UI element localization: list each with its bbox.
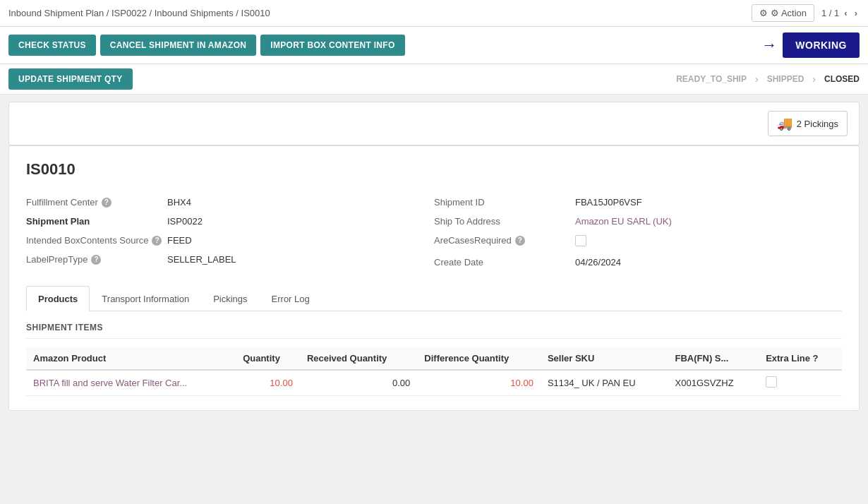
col-fba-fn: FBA(FN) S... — [668, 347, 759, 370]
tab-transport-information[interactable]: Transport Information — [90, 286, 201, 311]
top-nav: Inbound Shipment Plan / ISP0022 / Inboun… — [0, 0, 868, 27]
status-closed: CLOSED — [824, 74, 860, 84]
quantity-value: 10.00 — [236, 370, 300, 396]
breadcrumb-text: Inbound Shipment Plan / ISP0022 / Inboun… — [8, 8, 270, 18]
pickings-bar: 🚚 2 Pickings — [8, 102, 860, 145]
col-seller-sku: Seller SKU — [541, 347, 668, 370]
fulfillment-center-label: Fulfillment Center ? — [26, 197, 167, 208]
toolbar: CHECK STATUS CANCEL SHIPMENT IN AMAZON I… — [0, 27, 868, 64]
intended-box-row: Intended BoxContents Source ? FEED — [26, 231, 434, 250]
toolbar-left: CHECK STATUS CANCEL SHIPMENT IN AMAZON I… — [8, 35, 405, 56]
tabs: Products Transport Information Pickings … — [26, 286, 842, 311]
seller-sku-value: S1134_ UK / PAN EU — [541, 370, 668, 396]
tab-products[interactable]: Products — [26, 286, 90, 311]
are-cases-checkbox[interactable] — [575, 235, 586, 246]
label-prep-value: SELLER_LABEL — [167, 254, 236, 265]
import-box-button[interactable]: IMPORT BOX CONTENT INFO — [260, 35, 404, 56]
intended-box-label: Intended BoxContents Source ? — [26, 235, 167, 246]
status-shipped: SHIPPED — [767, 74, 804, 84]
are-cases-row: AreCasesRequired ? — [434, 231, 842, 253]
fields-grid: Fulfillment Center ? BHX4 Shipment Plan … — [26, 193, 842, 272]
col-amazon-product: Amazon Product — [26, 347, 236, 370]
secondary-toolbar: UPDATE SHIPMENT QTY READY_TO_SHIP › SHIP… — [0, 64, 868, 95]
intended-box-value: FEED — [167, 235, 192, 246]
shipment-plan-row: Shipment Plan ISP0022 — [26, 212, 434, 231]
check-status-button[interactable]: CHECK STATUS — [8, 35, 96, 56]
pickings-label: 2 Pickings — [797, 119, 838, 129]
update-shipment-qty-button[interactable]: UPDATE SHIPMENT QTY — [8, 68, 133, 90]
fields-col-right: Shipment ID FBA15J0P6VSF Ship To Address… — [434, 193, 842, 272]
shipment-id-label: Shipment ID — [434, 197, 575, 208]
label-prep-label: LabelPrepType ? — [26, 254, 167, 265]
gear-icon: ⚙ — [759, 8, 768, 18]
are-cases-value — [575, 235, 586, 248]
cancel-shipment-button[interactable]: CANCEL SHIPMENT IN AMAZON — [100, 35, 257, 56]
tab-pickings[interactable]: Pickings — [201, 286, 259, 311]
fba-fn-value: X001GSVZHZ — [668, 370, 759, 396]
shipment-items-table: Amazon Product Quantity Received Quantit… — [26, 347, 842, 396]
fulfillment-center-row: Fulfillment Center ? BHX4 — [26, 193, 434, 212]
working-status-badge: WORKING — [783, 32, 860, 58]
main-card: IS0010 Fulfillment Center ? BHX4 Shipmen… — [8, 145, 860, 411]
record-title: IS0010 — [26, 160, 842, 179]
fulfillment-center-value: BHX4 — [167, 197, 191, 208]
shipment-plan-label: Shipment Plan — [26, 216, 167, 227]
breadcrumb: Inbound Shipment Plan / ISP0022 / Inboun… — [8, 8, 270, 18]
shipment-plan-value: ISP0022 — [167, 216, 203, 227]
col-difference-quantity: Difference Quantity — [417, 347, 541, 370]
prev-arrow[interactable]: ‹ — [842, 8, 849, 18]
extra-line-value — [759, 370, 842, 396]
status-steps: READY_TO_SHIP › SHIPPED › CLOSED — [676, 73, 860, 85]
toolbar-secondary-left: UPDATE SHIPMENT QTY — [8, 68, 133, 90]
action-label: ⚙ Action — [771, 8, 807, 18]
action-button[interactable]: ⚙ ⚙ Action — [752, 4, 814, 22]
label-prep-row: LabelPrepType ? SELLER_LABEL — [26, 250, 434, 269]
intended-box-help-icon[interactable]: ? — [152, 236, 162, 246]
nav-right: ⚙ ⚙ Action 1 / 1 ‹ › — [752, 4, 860, 22]
col-extra-line: Extra Line ? — [759, 347, 842, 370]
table-body: BRITA fill and serve Water Filter Car...… — [26, 370, 842, 396]
label-prep-help-icon[interactable]: ? — [91, 255, 101, 265]
shipment-items-title: SHIPMENT ITEMS — [26, 323, 842, 339]
next-arrow[interactable]: › — [852, 8, 860, 18]
working-arrow-icon: → — [761, 36, 777, 54]
col-quantity: Quantity — [236, 347, 300, 370]
shipment-id-value: FBA15J0P6VSF — [575, 197, 642, 208]
fulfillment-center-help-icon[interactable]: ? — [102, 198, 111, 208]
pickings-button[interactable]: 🚚 2 Pickings — [768, 111, 848, 136]
col-received-quantity: Received Quantity — [300, 347, 417, 370]
are-cases-help-icon[interactable]: ? — [515, 236, 525, 246]
pagination-count: 1 / 1 — [821, 8, 839, 18]
status-ready: READY_TO_SHIP — [676, 74, 747, 84]
are-cases-label: AreCasesRequired ? — [434, 235, 575, 246]
table-header: Amazon Product Quantity Received Quantit… — [26, 347, 842, 370]
create-date-value: 04/26/2024 — [575, 257, 621, 268]
product-name[interactable]: BRITA fill and serve Water Filter Car... — [26, 370, 236, 396]
ship-to-label: Ship To Address — [434, 216, 575, 227]
step-sep-2: › — [812, 73, 816, 85]
pagination: 1 / 1 ‹ › — [821, 8, 860, 18]
difference-quantity-value: 10.00 — [417, 370, 541, 396]
ship-to-value[interactable]: Amazon EU SARL (UK) — [575, 216, 672, 227]
table-row: BRITA fill and serve Water Filter Car...… — [26, 370, 842, 396]
shipment-id-row: Shipment ID FBA15J0P6VSF — [434, 193, 842, 212]
fields-col-left: Fulfillment Center ? BHX4 Shipment Plan … — [26, 193, 434, 272]
received-quantity-value: 0.00 — [300, 370, 417, 396]
create-date-row: Create Date 04/26/2024 — [434, 253, 842, 272]
ship-to-row: Ship To Address Amazon EU SARL (UK) — [434, 212, 842, 231]
create-date-label: Create Date — [434, 257, 575, 268]
truck-icon: 🚚 — [777, 116, 792, 131]
step-sep-1: › — [755, 73, 759, 85]
extra-line-checkbox[interactable] — [766, 376, 777, 388]
toolbar-right: → WORKING — [761, 32, 860, 58]
tab-error-log[interactable]: Error Log — [260, 286, 322, 311]
